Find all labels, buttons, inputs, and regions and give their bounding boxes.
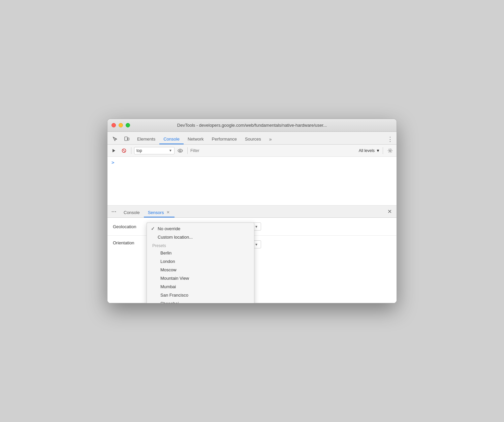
eye-icon[interactable] bbox=[176, 146, 185, 155]
svg-point-8 bbox=[114, 211, 114, 212]
tab-sensors[interactable]: Sensors ✕ bbox=[144, 208, 175, 217]
svg-line-4 bbox=[123, 150, 125, 152]
dropdown-group-presets: Presets bbox=[147, 241, 254, 249]
svg-marker-2 bbox=[113, 149, 115, 152]
geolocation-label: Geolocation bbox=[113, 224, 147, 229]
tab-console-bottom[interactable]: Console bbox=[120, 208, 144, 217]
svg-point-5 bbox=[180, 150, 181, 151]
close-button[interactable] bbox=[112, 123, 116, 127]
dropdown-item-berlin[interactable]: Berlin bbox=[147, 249, 254, 257]
dropdown-item-san-francisco[interactable]: San Francisco bbox=[147, 291, 254, 299]
more-tabs-button[interactable]: » bbox=[266, 134, 275, 144]
toolbar-divider-1 bbox=[131, 147, 131, 154]
geolocation-dropdown-menu: ✓ No override Custom location... Presets… bbox=[147, 222, 254, 303]
svg-point-6 bbox=[389, 150, 391, 151]
tab-console[interactable]: Console bbox=[159, 134, 184, 144]
orientation-dropdown-arrow: ▼ bbox=[255, 243, 258, 246]
context-selector-arrow: ▼ bbox=[169, 149, 172, 152]
geolocation-dropdown-arrow: ▼ bbox=[255, 225, 258, 229]
levels-button[interactable]: All levels ▼ bbox=[359, 148, 380, 153]
dropdown-item-mountain-view[interactable]: Mountain View bbox=[147, 274, 254, 282]
geolocation-row: Geolocation No override ▼ ✓ bbox=[107, 218, 397, 236]
console-prompt: > bbox=[112, 160, 114, 165]
devtools-menu-button[interactable]: ⋮ bbox=[385, 134, 395, 144]
close-panel-button[interactable]: ✕ bbox=[385, 207, 394, 216]
device-icon[interactable] bbox=[122, 134, 132, 144]
tab-network[interactable]: Network bbox=[184, 134, 208, 144]
window-title: DevTools - developers.google.com/web/fun… bbox=[177, 123, 327, 128]
console-output: > bbox=[107, 157, 397, 206]
devtools-window: DevTools - developers.google.com/web/fun… bbox=[107, 119, 397, 303]
toolbar-divider-3 bbox=[383, 147, 383, 154]
devtools-tabs: Elements Console Network Performance Sou… bbox=[107, 132, 397, 145]
panel-menu-icon[interactable] bbox=[109, 207, 118, 216]
checkmark-icon: ✓ bbox=[151, 226, 158, 231]
maximize-button[interactable] bbox=[126, 123, 130, 127]
svg-rect-0 bbox=[125, 137, 127, 141]
orientation-label: Orientation bbox=[113, 240, 147, 245]
close-sensors-tab[interactable]: ✕ bbox=[166, 210, 170, 215]
bottom-panel: Console Sensors ✕ ✕ Geolocation No overr… bbox=[107, 206, 397, 303]
traffic-lights bbox=[112, 123, 130, 127]
run-script-button[interactable] bbox=[109, 146, 118, 155]
toolbar-divider-2 bbox=[187, 147, 188, 154]
tab-elements[interactable]: Elements bbox=[133, 134, 159, 144]
settings-button[interactable] bbox=[386, 146, 395, 155]
minimize-button[interactable] bbox=[119, 123, 123, 127]
title-bar: DevTools - developers.google.com/web/fun… bbox=[107, 119, 397, 132]
dropdown-item-no-override[interactable]: ✓ No override bbox=[147, 224, 254, 233]
svg-point-9 bbox=[115, 211, 116, 212]
tab-sources[interactable]: Sources bbox=[241, 134, 265, 144]
bottom-tabs: Console Sensors ✕ ✕ bbox=[107, 206, 397, 218]
svg-point-7 bbox=[112, 211, 113, 212]
geolocation-dropdown-container: No override ▼ ✓ No override bbox=[147, 222, 391, 231]
dropdown-item-london[interactable]: London bbox=[147, 257, 254, 266]
dropdown-item-mumbai[interactable]: Mumbai bbox=[147, 282, 254, 291]
dropdown-item-moscow[interactable]: Moscow bbox=[147, 266, 254, 274]
clear-console-button[interactable] bbox=[120, 146, 128, 155]
dropdown-item-shanghai[interactable]: Shanghai bbox=[147, 299, 254, 303]
context-selector[interactable]: top ▼ bbox=[134, 147, 175, 154]
sensors-content: Geolocation No override ▼ ✓ bbox=[107, 218, 397, 303]
dropdown-item-custom-location[interactable]: Custom location... bbox=[147, 233, 254, 241]
console-toolbar: top ▼ All levels ▼ bbox=[107, 145, 397, 157]
tab-performance[interactable]: Performance bbox=[208, 134, 241, 144]
levels-arrow: ▼ bbox=[376, 148, 380, 153]
geolocation-control: No override ▼ ✓ No override bbox=[147, 222, 391, 231]
svg-rect-1 bbox=[128, 138, 129, 140]
inspect-icon[interactable] bbox=[110, 134, 120, 144]
filter-input[interactable] bbox=[190, 148, 357, 153]
